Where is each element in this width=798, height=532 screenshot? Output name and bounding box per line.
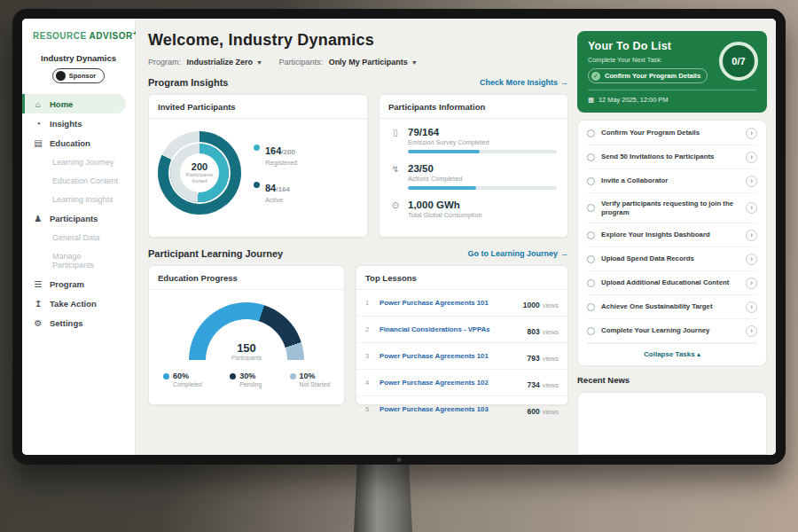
task-item-3[interactable]: Invite a Collaborator › xyxy=(587,169,757,193)
task-checkbox[interactable] xyxy=(587,231,595,239)
task-checkbox[interactable] xyxy=(587,204,595,212)
todo-tasks-card: Confirm Your Program Details › Send 50 I… xyxy=(577,120,767,366)
task-checkbox[interactable] xyxy=(587,129,595,137)
sidebar-item-take-action[interactable]: ↥ Take Action xyxy=(22,293,135,313)
sidebar-item-label: Manage Participants xyxy=(52,252,124,270)
chevron-right-icon[interactable]: › xyxy=(746,254,757,265)
sidebar-item-education[interactable]: ▤ Education xyxy=(22,133,135,153)
invited-legend: 164/200 Registered 84/164 Active xyxy=(254,142,297,204)
chevron-right-icon[interactable]: › xyxy=(746,278,757,289)
lesson-link[interactable]: Power Purchase Agreements 101 xyxy=(379,352,520,360)
info-card-body: ▯ 79/164 Emission Survey Completed ↯ xyxy=(379,119,567,227)
card-title: Participants Information xyxy=(379,95,567,119)
sidebar-item-general-data[interactable]: General Data xyxy=(22,228,135,246)
collapse-up-icon: ▴ xyxy=(697,350,700,358)
sidebar-item-label: General Data xyxy=(52,233,100,242)
chevron-right-icon[interactable]: › xyxy=(746,152,757,163)
sidebar-item-program[interactable]: ☰ Program xyxy=(22,274,135,293)
chevron-right-icon[interactable]: › xyxy=(746,325,757,337)
survey-icon: ▯ xyxy=(390,128,401,153)
page-title: Welcome, Industry Dynamics xyxy=(148,31,568,50)
lesson-row: 4 Power Purchase Agreements 102 734views xyxy=(356,370,567,396)
legend-item-completed: 60% Completed xyxy=(163,372,202,387)
lesson-link[interactable]: Power Purchase Agreements 101 xyxy=(379,299,516,307)
todo-next-task[interactable]: ✓ Confirm Your Program Details xyxy=(588,68,708,83)
task-checkbox[interactable] xyxy=(587,303,595,311)
calendar-icon: ▦ xyxy=(588,96,594,104)
participants-filter-value: Only My Participants xyxy=(329,58,408,66)
participants-filter[interactable]: Participants: Only My Participants ▾ xyxy=(279,58,417,66)
task-checkbox[interactable] xyxy=(587,177,595,185)
monitor-stand xyxy=(354,461,412,532)
section-title: Program Insights xyxy=(148,77,228,88)
sponsor-label: Sponsor xyxy=(69,72,96,80)
lesson-link[interactable]: Financial Considerations - VPPAs xyxy=(379,325,520,333)
learning-journey-header: Participant Learning Journey Go to Learn… xyxy=(148,248,568,259)
sidebar-nav: ⌂ Home ◔ Insights ▤ Education Learning J… xyxy=(22,94,135,332)
education-legend: 60% Completed 30% Pending 10% xyxy=(158,361,335,387)
lesson-link[interactable]: Power Purchase Agreements 102 xyxy=(379,379,520,387)
task-item-8[interactable]: Achieve One Sustainability Target › xyxy=(587,295,757,319)
top-lessons-card: Top Lessons 1 Power Purchase Agreements … xyxy=(356,265,568,405)
program-filter-value: Industrialize Zero xyxy=(187,58,254,66)
go-to-learning-journey-link[interactable]: Go to Learning Journey→ xyxy=(467,249,568,258)
logo-resource-text: RESOURCE xyxy=(33,31,87,41)
sidebar-item-label: Insights xyxy=(50,119,82,129)
sidebar-item-label: Program xyxy=(50,279,84,289)
sidebar-item-home[interactable]: ⌂ Home xyxy=(22,94,126,113)
sidebar-item-education-content[interactable]: Education Content xyxy=(22,171,135,190)
progress-track xyxy=(408,186,557,190)
education-icon: ▤ xyxy=(33,138,43,148)
invited-card-body: 200 Participants Invited 164/200 xyxy=(149,119,367,227)
sidebar-item-learning-journey[interactable]: Learning Journey xyxy=(22,153,135,171)
sidebar-item-manage-participants[interactable]: Manage Participants xyxy=(22,246,135,274)
chevron-down-icon: ▾ xyxy=(258,59,262,66)
task-checkbox[interactable] xyxy=(587,279,595,287)
donut-center-label: Participants Invited xyxy=(184,172,215,184)
insights-icon: ◔ xyxy=(33,119,43,129)
task-item-9[interactable]: Complete Your Learning Journey › xyxy=(587,319,757,343)
task-item-4[interactable]: Verify participants requesting to join t… xyxy=(587,193,757,223)
sidebar-item-label: Home xyxy=(50,99,73,109)
chevron-right-icon[interactable]: › xyxy=(746,230,757,241)
sidebar-item-participants[interactable]: ♟ Participants xyxy=(22,208,135,228)
task-item-7[interactable]: Upload Additional Educational Content › xyxy=(587,271,757,295)
check-more-insights-link[interactable]: Check More Insights→ xyxy=(480,78,568,87)
chevron-right-icon[interactable]: › xyxy=(746,128,757,139)
lesson-row: 2 Financial Considerations - VPPAs 803vi… xyxy=(356,317,567,343)
sidebar-item-insights[interactable]: ◔ Insights xyxy=(22,113,135,133)
collapse-tasks-button[interactable]: Collapse Tasks ▴ xyxy=(587,343,757,364)
sidebar-item-label: Take Action xyxy=(50,299,97,309)
task-checkbox[interactable] xyxy=(587,255,595,263)
legend-item-registered: 164/200 Registered xyxy=(254,142,297,167)
sidebar-item-learning-insights[interactable]: Learning Insights xyxy=(22,190,135,208)
program-insights-header: Program Insights Check More Insights→ xyxy=(148,77,568,88)
legend-dot xyxy=(290,373,296,379)
task-item-1[interactable]: Confirm Your Program Details › xyxy=(587,121,757,145)
lesson-row: 5 Power Purchase Agreements 103 600views xyxy=(356,396,567,422)
progress-track xyxy=(408,150,557,153)
education-gauge: 150 Participants xyxy=(189,302,304,361)
card-title: Top Lessons xyxy=(356,266,567,290)
education-progress-card: Education Progress 150 Participants xyxy=(148,265,345,405)
legend-item-pending: 30% Pending xyxy=(230,372,262,387)
chevron-right-icon[interactable]: › xyxy=(746,176,757,187)
task-item-6[interactable]: Upload Spend Data Records › xyxy=(587,247,757,271)
invited-donut-center: 200 Participants Invited xyxy=(180,153,219,192)
task-item-2[interactable]: Send 50 Invitations to Participants › xyxy=(587,145,757,169)
chevron-right-icon[interactable]: › xyxy=(746,301,757,313)
lesson-link[interactable]: Power Purchase Agreements 103 xyxy=(379,405,520,413)
education-card-body: 150 Participants 60% Completed xyxy=(149,290,344,387)
program-filter[interactable]: Program: Industrialize Zero ▾ xyxy=(148,58,262,66)
logo-advisor-text: ADVISOR xyxy=(90,31,133,41)
invited-donut: 200 Participants Invited xyxy=(158,131,241,215)
sidebar-item-settings[interactable]: ⚙ Settings xyxy=(22,313,135,332)
sponsor-badge: Sponsor xyxy=(52,68,105,83)
donut-center-value: 200 xyxy=(192,161,207,172)
stat-emission-survey: ▯ 79/164 Emission Survey Completed xyxy=(390,127,557,153)
chevron-right-icon[interactable]: › xyxy=(746,202,757,214)
task-checkbox[interactable] xyxy=(587,153,595,161)
task-checkbox[interactable] xyxy=(587,327,595,335)
task-item-5[interactable]: Explore Your Insights Dashboard › xyxy=(587,223,757,247)
org-name: Industry Dynamics xyxy=(22,53,135,63)
